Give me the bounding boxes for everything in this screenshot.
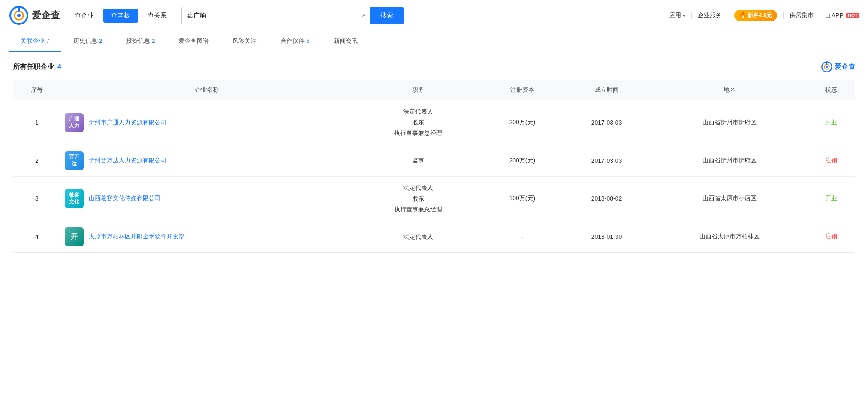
row-region-4: 山西省太原市万柏林区 [651,221,808,253]
divider-3 [783,12,784,19]
search-button[interactable]: 搜索 [370,7,404,24]
sub-nav-risk-label: 风险关注 [233,37,257,44]
divider-4 [820,12,820,19]
row-capital-3: 100万(元) [483,176,562,221]
brand-right-text: 爱企查 [835,63,855,72]
row-region-3: 山西省太原市小店区 [651,176,808,221]
hot-badge: HOT [846,13,859,18]
brand-icon [821,61,833,73]
row-index: 4 [13,221,60,253]
svg-point-3 [17,14,21,17]
row-date-3: 2018-08-02 [562,176,651,221]
row-company-cell: 广通 人力 忻州市广通人力资源有限公司 [60,100,354,145]
divider-1 [691,12,692,19]
table-header-row: 序号 企业名称 职务 注册资本 成立时间 地区 状态 [13,80,855,100]
row-date-4: 2013-01-30 [562,221,651,253]
table-row: 3 羲客 文化 山西羲客文化传媒有限公司 法定代表人股东执行董事兼总经理 100… [13,176,855,221]
col-region: 地区 [651,80,808,100]
row-date-1: 2017-03-03 [562,100,651,145]
row-position-4: 法定代表人 [353,221,482,253]
new-customer-badge[interactable]: 🔥 新客4.9元 [734,10,778,21]
sub-nav-history[interactable]: 历史信息 2 [61,31,114,52]
search-input[interactable] [182,8,358,23]
col-date: 成立时间 [562,80,651,100]
row-position-2: 监事 [353,145,482,176]
row-region-2: 山西省忻州市忻府区 [651,145,808,176]
row-status-4: 注销 [808,221,855,253]
fire-icon: 🔥 [739,12,746,18]
row-company-cell: 晋万 达 忻州晋万达人力资源有限公司 [60,145,354,176]
app-label: 应用 [669,12,681,19]
company-link-1[interactable]: 忻州市广通人力资源有限公司 [89,119,167,126]
company-logo-4: 开 [65,227,84,246]
logo[interactable]: 爱企查 [9,5,60,26]
sub-nav-history-count: 2 [99,38,102,44]
row-status-1: 开业 [808,100,855,145]
search-clear-icon[interactable]: × [358,12,370,19]
company-logo-3: 羲客 文化 [65,189,84,208]
sub-nav-partner-count: 5 [306,38,309,44]
row-date-2: 2017-03-03 [562,145,651,176]
new-customer-label: 新客4.9元 [748,12,772,18]
nav-tab-relation[interactable]: 查关系 [140,9,174,23]
company-logo-2: 晋万 达 [65,151,84,170]
sub-nav-related-label: 关联企业 [21,37,45,44]
row-index: 1 [13,100,60,145]
main-content: 所有任职企业 4 爱企查 序号 企业名称 职务 注册资本 成立时间 [0,52,868,261]
logo-icon [9,5,29,26]
sub-nav-partner[interactable]: 合作伙伴 5 [269,31,321,52]
header-right: 应用 ▾ 企业服务 🔥 新客4.9元 供需集市 □ APP HOT [669,10,859,21]
row-status-3: 开业 [808,176,855,221]
company-link-4[interactable]: 太原市万柏林区开阳金禾软件开发部 [89,233,185,241]
enterprise-service[interactable]: 企业服务 [698,12,722,19]
supply-market[interactable]: 供需集市 [790,12,814,19]
nav-tab-company[interactable]: 查企业 [67,9,102,23]
app-download[interactable]: □ APP HOT [826,12,859,19]
row-capital-4: - [483,221,562,253]
row-index: 3 [13,176,60,221]
row-capital-2: 200万(元) [483,145,562,176]
nav-tabs: 查企业 查老板 查关系 [67,9,174,23]
company-link-3[interactable]: 山西羲客文化传媒有限公司 [89,195,161,202]
col-capital: 注册资本 [483,80,562,100]
sub-nav-investment-count: 2 [152,38,155,44]
section-title-text: 所有任职企业 [13,63,54,72]
sub-nav-risk[interactable]: 风险关注 [221,31,269,52]
table-row: 1 广通 人力 忻州市广通人力资源有限公司 法定代表人股东执行董事兼总经理 20… [13,100,855,145]
sub-nav-investment-label: 投资信息 [126,37,150,44]
company-link-2[interactable]: 忻州晋万达人力资源有限公司 [89,157,167,165]
sub-nav-map[interactable]: 爱企查图谱 [167,31,221,52]
brand-logo-right: 爱企查 [821,61,855,73]
app-arrow-icon: ▾ [683,13,685,18]
companies-table: 序号 企业名称 职务 注册资本 成立时间 地区 状态 1 广通 人力 忻州 [13,80,855,253]
table-row: 2 晋万 达 忻州晋万达人力资源有限公司 监事 200万(元) 2017-03-… [13,145,855,176]
table-row: 4 开 太原市万柏林区开阳金禾软件开发部 法定代表人 - 2013-01-30 … [13,221,855,253]
row-index: 2 [13,145,60,176]
section-count: 4 [57,63,61,71]
sub-nav-map-label: 爱企查图谱 [179,37,209,44]
row-status-2: 注销 [808,145,855,176]
app-menu[interactable]: 应用 ▾ [669,12,685,19]
row-position-1: 法定代表人股东执行董事兼总经理 [353,100,482,145]
sub-nav-news-label: 新闻资讯 [334,37,358,44]
row-capital-1: 200万(元) [483,100,562,145]
sub-nav-investment[interactable]: 投资信息 2 [114,31,167,52]
logo-text: 爱企查 [32,9,60,22]
col-status: 状态 [808,80,855,100]
app-download-label: APP [832,12,844,19]
app-icon: □ [826,12,829,19]
sub-nav-history-label: 历史信息 [73,37,97,44]
sub-nav-news[interactable]: 新闻资讯 [322,31,370,52]
enterprise-service-label: 企业服务 [698,12,722,19]
sub-nav-related-count: 7 [46,38,49,44]
section-title: 所有任职企业 4 爱企查 [13,61,855,73]
col-company: 企业名称 [60,80,354,100]
sub-nav-related[interactable]: 关联企业 7 [9,31,61,52]
nav-tab-boss[interactable]: 查老板 [103,9,138,23]
row-company-cell: 开 太原市万柏林区开阳金禾软件开发部 [60,221,354,253]
divider-2 [728,12,728,19]
supply-market-label: 供需集市 [790,12,814,19]
row-region-1: 山西省忻州市忻府区 [651,100,808,145]
row-company-cell: 羲客 文化 山西羲客文化传媒有限公司 [60,176,354,221]
col-index: 序号 [13,80,60,100]
